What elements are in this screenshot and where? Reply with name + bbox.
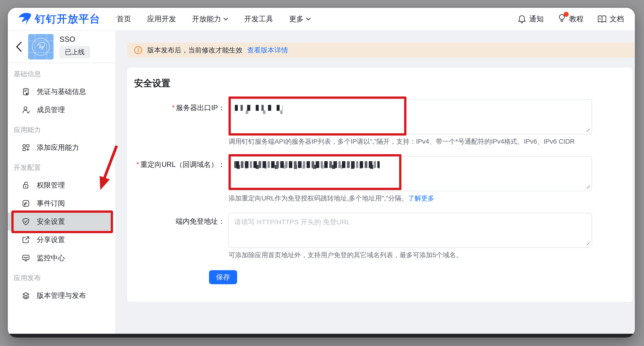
sidebar-item-monitor-center[interactable]: 监控中心 <box>8 249 116 267</box>
nav-right-actions: 通知 教程 文档 <box>518 14 624 25</box>
redirect-url-label: *重定向URL（回调域名）： <box>134 156 225 203</box>
security-settings-card: 安全设置 *服务器出口IP： <box>127 68 632 302</box>
nav-item-app-dev[interactable]: 应用开发 <box>147 14 176 24</box>
server-ip-label: *服务器出口IP： <box>134 99 225 146</box>
status-badge: 已上线 <box>60 46 90 59</box>
learn-more-link[interactable]: 了解更多 <box>408 195 434 202</box>
sidebar-item-event-subscribe[interactable]: 事件订阅 <box>8 194 116 212</box>
redirect-url-helper: 添加重定向URL作为免登授权码跳转地址,多个地址用","分隔。了解更多 <box>228 194 592 203</box>
sidebar-item-permissions[interactable]: 权限管理 <box>8 176 116 194</box>
sidebar-item-credentials[interactable]: 凭证与基础信息 <box>8 83 116 101</box>
tutorial-button[interactable]: 教程 <box>557 14 584 25</box>
sso-url-helper: 可添加除应用首页地址外，支持用户免登的其它域名列表，最多可添加5个域名。 <box>228 251 592 260</box>
layers-icon <box>22 291 30 300</box>
credential-icon <box>22 88 30 96</box>
redirect-url-textarea[interactable] <box>228 156 592 191</box>
app-header: SSO 已上线 <box>8 31 116 63</box>
main-content: 版本发布后，当前修改才能生效 查看版本详情 安全设置 *服务器出口IP： <box>116 31 635 334</box>
nav-item-more[interactable]: 更多 <box>289 14 311 24</box>
chevron-left-icon <box>16 42 22 52</box>
window-bottom-edge <box>8 334 635 337</box>
nav-item-dev-tools[interactable]: 开发工具 <box>244 14 273 24</box>
dingtalk-wing-icon <box>17 12 32 27</box>
sidebar-item-version-release[interactable]: 版本管理与发布 <box>8 286 116 305</box>
version-notice-banner: 版本发布后，当前修改才能生效 查看版本详情 <box>127 43 634 58</box>
info-circle-icon <box>134 46 143 55</box>
sidebar-item-share-settings[interactable]: 分享设置 <box>8 231 116 249</box>
security-settings-form: *服务器出口IP： 调用钉钉服务端API的服务器IP列表，多个IP请以","隔开… <box>134 99 632 284</box>
event-subscribe-icon <box>22 199 30 207</box>
member-icon <box>22 106 30 114</box>
browser-window: 钉钉开放平台 首页 应用开发 开放能力 开发工具 更多 <box>8 8 635 337</box>
server-ip-textarea[interactable] <box>228 99 592 134</box>
form-row-redirect-url: *重定向URL（回调域名）： 添加重定向URL作为免登授权码跳转地址,多个地址用… <box>134 156 632 203</box>
app-name: SSO <box>60 35 90 44</box>
nav-item-home[interactable]: 首页 <box>117 14 131 24</box>
sidebar: SSO 已上线 基础信息 凭证与基础信息 <box>8 31 116 334</box>
app-icon <box>28 34 54 60</box>
form-row-sso-url: 端内免登地址： 可添加除应用首页地址外，支持用户免登的其它域名列表，最多可添加5… <box>134 213 632 260</box>
monitor-icon <box>22 254 30 262</box>
nav-menu: 首页 应用开发 开放能力 开发工具 更多 <box>117 14 311 24</box>
sso-url-textarea[interactable] <box>228 213 592 248</box>
docs-button[interactable]: 文档 <box>597 14 624 24</box>
required-mark: * <box>136 161 139 168</box>
chevron-down-icon <box>223 18 228 21</box>
server-ip-helper: 调用钉钉服务端API的服务器IP列表，多个IP请以","隔开，支持：IPv4、带… <box>228 137 592 146</box>
chevron-down-icon <box>306 18 311 21</box>
book-icon <box>597 15 607 24</box>
notifications-button[interactable]: 通知 <box>518 14 544 24</box>
banner-text: 版本发布后，当前修改才能生效 <box>147 46 242 55</box>
permission-icon <box>22 181 30 189</box>
save-button[interactable]: 保存 <box>209 270 237 284</box>
section-app-release: 应用发布 <box>8 267 116 286</box>
sidebar-item-members[interactable]: 成员管理 <box>8 101 116 119</box>
required-mark: * <box>172 104 175 112</box>
sidebar-item-security-settings[interactable]: 安全设置 <box>8 212 112 231</box>
section-basic-info: 基础信息 <box>8 63 116 83</box>
nav-item-open-capability[interactable]: 开放能力 <box>192 14 228 24</box>
back-button[interactable] <box>14 40 24 54</box>
section-app-capability: 应用能力 <box>8 119 116 139</box>
sidebar-nav: 基础信息 凭证与基础信息 成员管理 <box>8 63 116 305</box>
top-navigation: 钉钉开放平台 首页 应用开发 开放能力 开发工具 更多 <box>8 8 635 31</box>
sidebar-item-add-capability[interactable]: 添加应用能力 <box>8 139 116 157</box>
shield-check-icon <box>22 217 30 226</box>
page-title: 安全设置 <box>134 77 632 90</box>
dingtalk-logo[interactable]: 钉钉开放平台 <box>17 12 100 27</box>
section-dev-config: 开发配置 <box>8 157 116 176</box>
notification-dot <box>564 12 569 17</box>
logo-text: 钉钉开放平台 <box>35 12 100 26</box>
add-capability-icon <box>22 144 30 152</box>
bell-icon <box>518 15 526 24</box>
share-icon <box>22 236 30 244</box>
form-row-server-ip: *服务器出口IP： 调用钉钉服务端API的服务器IP列表，多个IP请以","隔开… <box>134 99 632 146</box>
view-version-details-link[interactable]: 查看版本详情 <box>247 46 288 55</box>
sso-url-label: 端内免登地址： <box>134 213 225 260</box>
